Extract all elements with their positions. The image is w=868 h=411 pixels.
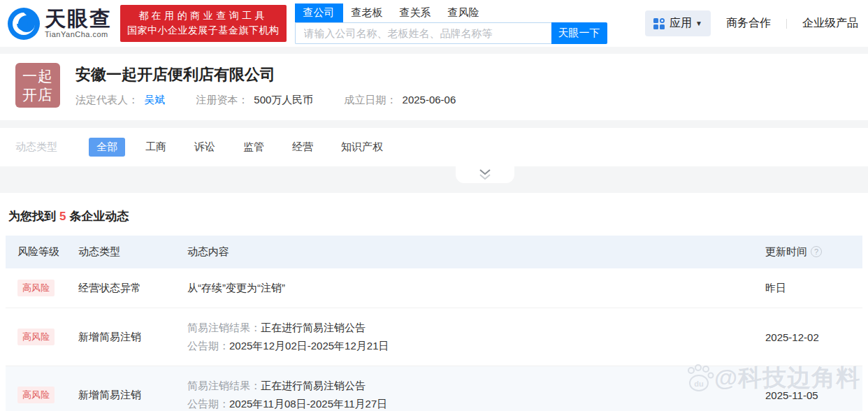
company-name: 安徽一起开店便利店有限公司 (75, 64, 486, 85)
help-icon[interactable]: ? (811, 246, 822, 257)
content-label: 简易注销结果： (187, 322, 261, 333)
promo-banner: 都在用的商业查询工具 国家中小企业发展子基金旗下机构 (120, 5, 287, 42)
tianyancha-logo[interactable]: 天眼查 TianYanCha.com (7, 7, 112, 41)
legal-representative-link[interactable]: 吴斌 (144, 94, 165, 106)
filter-tab-all[interactable]: 全部 (89, 138, 125, 157)
update-time-label: 更新时间 (765, 245, 807, 257)
table-header-row: 风险等级 动态类型 动态内容 更新时间? (6, 236, 862, 268)
caret-down-icon: ▼ (695, 20, 702, 27)
tianyancha-eye-icon (7, 7, 41, 41)
dynamic-type: 新增简易注销 (78, 331, 187, 344)
content-label: 简易注销结果： (187, 380, 261, 391)
filter-tab-business[interactable]: 工商 (138, 138, 174, 157)
establish-date-label: 成立日期： (344, 94, 396, 106)
brand-domain: TianYanCha.com (45, 30, 112, 38)
search-tab-relation[interactable]: 查关系 (391, 3, 440, 22)
legal-representative-label: 法定代表人： (75, 94, 138, 106)
registered-capital-field: 注册资本： 500万人民币 (196, 94, 313, 107)
search-tabs: 查公司 查老板 查关系 查风险 (295, 3, 607, 22)
col-update-time: 更新时间? (765, 245, 862, 259)
company-logo-line-1: 一起 (15, 66, 60, 85)
top-header: 天眼查 TianYanCha.com 都在用的商业查询工具 国家中小企业发展子基… (0, 0, 868, 47)
dynamic-type: 新增简易注销 (78, 389, 187, 402)
content-value: 2025年12月02日-2025年12月21日 (229, 340, 389, 352)
col-dynamic-content: 动态内容 (187, 245, 765, 259)
expand-band (0, 166, 868, 193)
promo-line-2: 国家中小企业发展子基金旗下机构 (127, 24, 280, 37)
content-label: 公告期： (187, 340, 229, 352)
dynamics-table: 风险等级 动态类型 动态内容 更新时间? 高风险 经营状态异常 从“存续”变更为… (6, 236, 862, 411)
search-box: 天眼一下 (295, 22, 607, 44)
search-tab-risk[interactable]: 查风险 (440, 3, 488, 22)
content-value: 2025年11月08日-2025年11月27日 (229, 398, 387, 410)
col-dynamic-type: 动态类型 (78, 245, 187, 259)
update-time: 2025-11-05 (765, 389, 862, 401)
dynamic-content: 从“存续”变更为“注销” (187, 279, 765, 297)
nav-business-cooperation[interactable]: 商务合作 (726, 16, 771, 31)
summary-prefix: 为您找到 (8, 210, 56, 223)
table-row[interactable]: 高风险 经营状态异常 从“存续”变更为“注销” 昨日 (6, 268, 862, 308)
search-tab-boss[interactable]: 查老板 (343, 3, 391, 22)
company-info: 法定代表人： 吴斌 注册资本： 500万人民币 成立日期： 2025-06-06 (75, 94, 486, 107)
content-value: 正在进行简易注销公告 (261, 322, 366, 333)
dynamic-content: 简易注销结果：正在进行简易注销公告 公告期：2025年11月08日-2025年1… (187, 377, 765, 411)
dynamic-content: 简易注销结果：正在进行简易注销公告 公告期：2025年12月02日-2025年1… (187, 319, 765, 355)
content-label: 公告期： (187, 398, 229, 410)
update-time: 2025-12-02 (765, 331, 862, 343)
summary-count: 5 (59, 210, 66, 223)
summary-suffix: 条企业动态 (69, 210, 129, 223)
company-card: 一起 开店 安徽一起开店便利店有限公司 法定代表人： 吴斌 注册资本： 500万… (0, 54, 868, 120)
filter-tab-ip[interactable]: 知识产权 (333, 138, 391, 157)
nav-divider (786, 19, 787, 29)
filter-tab-supervision[interactable]: 监管 (236, 138, 272, 157)
registered-capital-label: 注册资本： (196, 94, 248, 106)
page: 天眼查 TianYanCha.com 都在用的商业查询工具 国家中小企业发展子基… (0, 0, 868, 411)
registered-capital-value: 500万人民币 (254, 94, 313, 106)
company-logo: 一起 开店 (15, 63, 60, 108)
filter-label: 动态类型 (15, 140, 57, 154)
result-summary: 为您找到5条企业动态 (0, 208, 868, 224)
filter-card: 动态类型 全部 工商 诉讼 监管 经营 知识产权 (0, 128, 868, 166)
promo-line-1: 都在用的商业查询工具 (127, 10, 280, 22)
table-row[interactable]: 高风险 新增简易注销 简易注销结果：正在进行简易注销公告 公告期：2025年12… (6, 308, 862, 366)
company-main: 安徽一起开店便利店有限公司 法定代表人： 吴斌 注册资本： 500万人民币 成立… (75, 63, 486, 108)
update-time: 昨日 (765, 282, 862, 295)
risk-badge: 高风险 (17, 329, 55, 345)
risk-badge: 高风险 (17, 387, 55, 403)
results-section: 为您找到5条企业动态 风险等级 动态类型 动态内容 更新时间? 高风险 经营状态… (0, 193, 868, 411)
filter-tab-lawsuit[interactable]: 诉讼 (187, 138, 223, 157)
establish-date-value: 2025-06-06 (403, 94, 456, 106)
logo-text: 天眼查 TianYanCha.com (45, 8, 112, 38)
table-row[interactable]: 高风险 新增简易注销 简易注销结果：正在进行简易注销公告 公告期：2025年11… (6, 366, 862, 411)
dynamic-type: 经营状态异常 (78, 282, 187, 295)
search-tab-company[interactable]: 查公司 (295, 3, 343, 22)
apps-label: 应用 (670, 16, 692, 31)
apps-grid-icon (653, 18, 665, 29)
risk-badge: 高风险 (17, 280, 55, 296)
search-button[interactable]: 天眼一下 (551, 22, 607, 44)
header-nav: 应用 ▼ 商务合作 企业级产品 (645, 10, 858, 36)
content-value: 正在进行简易注销公告 (261, 380, 366, 391)
company-logo-line-2: 开店 (15, 85, 60, 104)
search-area: 查公司 查老板 查关系 查风险 天眼一下 (295, 3, 607, 44)
brand-name: 天眼查 (45, 8, 112, 29)
col-risk-level: 风险等级 (17, 245, 78, 259)
nav-enterprise-products[interactable]: 企业级产品 (802, 16, 858, 31)
legal-representative-field: 法定代表人： 吴斌 (75, 94, 165, 107)
search-input[interactable] (295, 22, 551, 44)
double-chevron-down-icon (479, 169, 491, 180)
expand-button[interactable] (456, 166, 514, 183)
apps-menu[interactable]: 应用 ▼ (645, 10, 711, 36)
content-value: 从“存续”变更为“注销” (187, 282, 285, 294)
filter-tab-operation[interactable]: 经营 (284, 138, 321, 157)
establish-date-field: 成立日期： 2025-06-06 (344, 94, 456, 107)
